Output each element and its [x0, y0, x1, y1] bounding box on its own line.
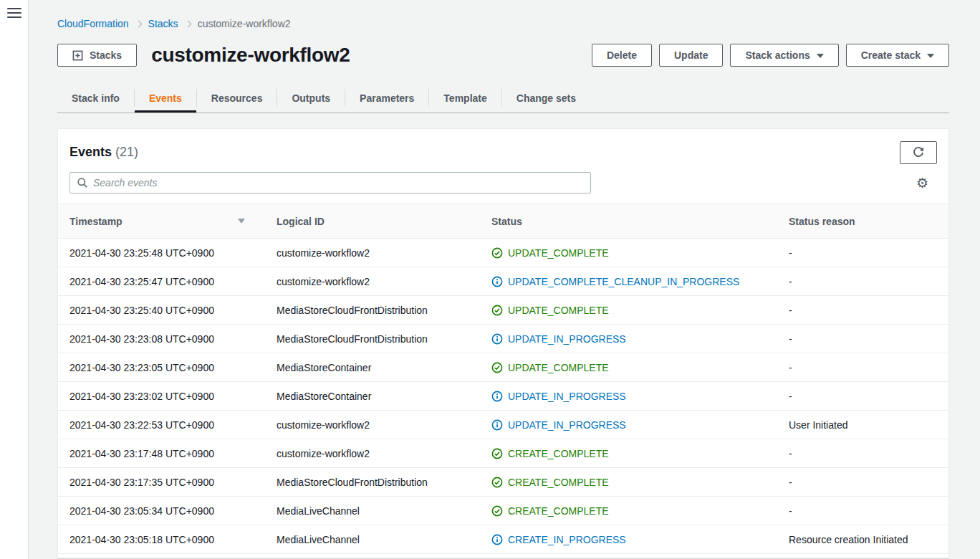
search-icon — [77, 177, 88, 188]
table-row: 2021-04-30 23:17:35 UTC+0900MediaStoreCl… — [58, 468, 948, 497]
table-row: 2021-04-30 23:05:18 UTC+0900MediaLiveCha… — [58, 525, 948, 554]
stack-action-buttons: DeleteUpdateStack actionsCreate stack — [592, 44, 949, 67]
logical-id-cell: MediaStoreCloudFrontDistribution — [262, 477, 477, 488]
tab-template[interactable]: Template — [429, 83, 501, 113]
breadcrumb-chevron-icon — [184, 21, 191, 28]
hamburger-menu-icon[interactable] — [7, 8, 21, 18]
status-text: UPDATE_COMPLETE_CLEANUP_IN_PROGRESS — [508, 276, 739, 287]
column-header-logical-id[interactable]: Logical ID — [262, 216, 477, 227]
stacks-button-label: Stacks — [90, 49, 122, 61]
status-reason-cell: - — [774, 247, 948, 259]
check-circle-icon — [491, 505, 503, 517]
timestamp-cell: 2021-04-30 23:25:47 UTC+0900 — [58, 276, 262, 287]
status-text: UPDATE_IN_PROGRESS — [508, 333, 626, 345]
events-panel-title: Events (21) — [69, 141, 138, 160]
column-header-status[interactable]: Status — [477, 216, 774, 227]
status-reason-cell: User Initiated — [774, 419, 948, 431]
logical-id-cell: customize-workflow2 — [262, 448, 477, 459]
status-cell: CREATE_IN_PROGRESS — [477, 534, 774, 545]
status-cell: CREATE_COMPLETE — [477, 477, 774, 488]
timestamp-cell: 2021-04-30 23:23:05 UTC+0900 — [58, 362, 262, 373]
logical-id-cell: MediaStoreContainer — [262, 362, 477, 373]
tab-stack-info[interactable]: Stack info — [57, 83, 134, 113]
status-reason-cell: - — [774, 276, 948, 287]
column-header-status-reason[interactable]: Status reason — [774, 216, 948, 227]
button-label: Create stack — [861, 49, 921, 61]
logical-id-cell: customize-workflow2 — [262, 276, 477, 287]
button-label: Update — [674, 49, 708, 61]
status-cell: UPDATE_COMPLETE_CLEANUP_IN_PROGRESS — [477, 276, 774, 287]
table-row: 2021-04-30 23:05:34 UTC+0900MediaLiveCha… — [58, 497, 948, 525]
dropdown-caret-icon — [927, 54, 934, 58]
events-table-body: 2021-04-30 23:25:48 UTC+0900customize-wo… — [58, 239, 948, 554]
status-text: CREATE_IN_PROGRESS — [508, 534, 626, 545]
table-row: 2021-04-30 23:25:48 UTC+0900customize-wo… — [58, 239, 948, 267]
check-circle-icon — [491, 448, 503, 459]
status-cell: UPDATE_IN_PROGRESS — [477, 333, 774, 345]
logical-id-cell: MediaStoreCloudFrontDistribution — [262, 305, 477, 316]
refresh-icon — [912, 146, 925, 159]
check-circle-icon — [491, 247, 503, 259]
breadcrumb-chevron-icon — [135, 21, 142, 28]
table-row: 2021-04-30 23:25:40 UTC+0900MediaStoreCl… — [58, 296, 948, 325]
status-reason-cell: - — [774, 505, 948, 517]
page-header: Stacks customize-workflow2 DeleteUpdateS… — [57, 44, 949, 67]
column-header-timestamp[interactable]: Timestamp — [58, 216, 262, 227]
table-row: 2021-04-30 23:25:47 UTC+0900customize-wo… — [58, 267, 948, 296]
timestamp-cell: 2021-04-30 23:05:18 UTC+0900 — [58, 534, 262, 545]
events-table-header: Timestamp Logical ID Status Status reaso… — [58, 204, 948, 239]
tab-resources[interactable]: Resources — [197, 83, 277, 113]
logical-id-cell: customize-workflow2 — [262, 247, 477, 259]
timestamp-cell: 2021-04-30 23:22:53 UTC+0900 — [58, 419, 262, 431]
create-stack-button[interactable]: Create stack — [846, 44, 949, 67]
tab-parameters[interactable]: Parameters — [345, 83, 428, 113]
status-reason-cell: - — [774, 448, 948, 459]
status-text: CREATE_COMPLETE — [508, 477, 609, 488]
tab-change-sets[interactable]: Change sets — [502, 83, 590, 113]
breadcrumb-item-cloudformation[interactable]: CloudFormation — [57, 18, 129, 29]
preferences-gear-icon[interactable]: ⚙ — [916, 176, 928, 190]
tab-events[interactable]: Events — [135, 83, 196, 113]
status-text: UPDATE_COMPLETE — [508, 362, 609, 373]
status-reason-cell: - — [774, 477, 948, 488]
status-cell: UPDATE_IN_PROGRESS — [477, 391, 774, 402]
status-cell: CREATE_COMPLETE — [477, 505, 774, 517]
status-cell: UPDATE_COMPLETE — [477, 305, 774, 316]
timestamp-cell: 2021-04-30 23:25:48 UTC+0900 — [58, 247, 262, 259]
timestamp-cell: 2021-04-30 23:17:35 UTC+0900 — [58, 477, 262, 488]
status-text: CREATE_COMPLETE — [508, 448, 609, 459]
update-button[interactable]: Update — [659, 44, 723, 67]
stack-actions-button[interactable]: Stack actions — [730, 44, 838, 67]
breadcrumb-item-customize-workflow2: customize-workflow2 — [198, 18, 291, 29]
status-cell: UPDATE_IN_PROGRESS — [477, 419, 774, 431]
tab-outputs[interactable]: Outputs — [277, 83, 345, 113]
delete-button[interactable]: Delete — [592, 44, 652, 67]
timestamp-cell: 2021-04-30 23:25:40 UTC+0900 — [58, 305, 262, 316]
logical-id-cell: MediaLiveChannel — [262, 534, 477, 545]
stacks-panel-button[interactable]: Stacks — [57, 44, 137, 67]
breadcrumb-item-stacks[interactable]: Stacks — [148, 18, 178, 29]
info-circle-icon — [491, 534, 503, 545]
table-row: 2021-04-30 23:23:02 UTC+0900MediaStoreCo… — [58, 382, 948, 411]
status-text: UPDATE_COMPLETE — [508, 247, 609, 259]
refresh-button[interactable] — [900, 141, 937, 164]
search-events-box — [69, 172, 591, 194]
search-events-input[interactable] — [93, 177, 584, 188]
logical-id-cell: customize-workflow2 — [262, 419, 477, 431]
breadcrumb: CloudFormationStackscustomize-workflow2 — [57, 0, 949, 29]
events-panel-header: Events (21) ⚙ — [58, 129, 948, 194]
info-circle-icon — [491, 333, 503, 345]
table-row: 2021-04-30 23:22:53 UTC+0900customize-wo… — [58, 411, 948, 439]
info-circle-icon — [491, 276, 503, 287]
logical-id-cell: MediaStoreContainer — [262, 391, 477, 402]
status-reason-cell: - — [774, 305, 948, 316]
status-text: UPDATE_COMPLETE — [508, 305, 609, 316]
status-cell: CREATE_COMPLETE — [477, 448, 774, 459]
events-count: (21) — [115, 145, 138, 159]
dropdown-caret-icon — [817, 54, 824, 58]
timestamp-cell: 2021-04-30 23:17:48 UTC+0900 — [58, 448, 262, 459]
info-circle-icon — [491, 391, 503, 402]
main-content: CloudFormationStackscustomize-workflow2 … — [29, 0, 980, 558]
logical-id-cell: MediaStoreCloudFrontDistribution — [262, 333, 477, 345]
button-label: Delete — [607, 49, 637, 61]
